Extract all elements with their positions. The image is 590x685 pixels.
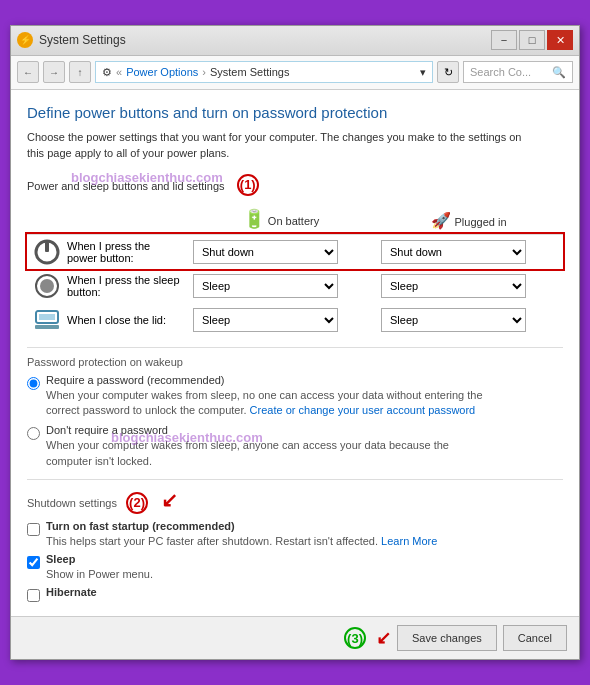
hibernate-checkbox[interactable] [27, 589, 40, 602]
sleep-icon [33, 272, 61, 300]
create-password-link[interactable]: Create or change your user account passw… [250, 404, 476, 416]
arrow-marker-2: ↙ [161, 488, 178, 512]
hibernate-label: Hibernate [27, 586, 563, 602]
title-buttons: − □ ✕ [491, 30, 573, 50]
fast-startup-text: Turn on fast startup (recommended) This … [46, 520, 563, 549]
shutdown-section: Shutdown settings (2) ↙ Turn on fast sta… [27, 488, 563, 602]
window-title: System Settings [39, 33, 126, 47]
fast-startup-option: Turn on fast startup (recommended) This … [27, 520, 563, 549]
lid-battery-dropdown[interactable]: Sleep Shut down Hibernate Do nothing [193, 308, 338, 332]
annotation-label-1: (1) [237, 174, 259, 196]
sleep-button-row: When I press the sleep button: Sleep Shu… [27, 269, 563, 303]
search-box[interactable]: Search Co... 🔍 [463, 61, 573, 83]
arrow-marker-3: ↙ [376, 627, 391, 649]
hibernate-option: Hibernate [27, 586, 563, 602]
maximize-button[interactable]: □ [519, 30, 545, 50]
close-button[interactable]: ✕ [547, 30, 573, 50]
settings-grid: 🔋 On battery 🚀 Plugged in [27, 204, 563, 337]
annotation-label-2: (2) [126, 492, 148, 514]
window-icon: ⚡ [17, 32, 33, 48]
power-plugged-cell: Shut down Sleep Hibernate Do nothing [375, 234, 563, 269]
fast-startup-label: Turn on fast startup (recommended) This … [27, 520, 563, 549]
dropdown-arrow[interactable]: ▾ [420, 66, 426, 79]
svg-point-3 [40, 279, 54, 293]
address-bar: ← → ↑ ⚙ « Power Options › System Setting… [11, 56, 579, 90]
search-icon[interactable]: 🔍 [552, 66, 566, 79]
svg-rect-5 [39, 314, 55, 320]
lid-row-label: When I close the lid: [33, 306, 181, 334]
col-battery-header: 🔋 On battery [187, 204, 375, 235]
section1-title: Power and sleep buttons and lid settings… [27, 174, 563, 196]
no-password-text: Don't require a password When your compu… [46, 424, 563, 469]
up-button[interactable]: ↑ [69, 61, 91, 83]
require-password-label: Require a password (recommended) When yo… [27, 374, 563, 419]
lid-row-label-cell: When I close the lid: [27, 303, 187, 337]
back-button[interactable]: ← [17, 61, 39, 83]
sleep-label: Sleep Show in Power menu. [27, 553, 563, 582]
cancel-button[interactable]: Cancel [503, 625, 567, 651]
learn-more-link[interactable]: Learn More [381, 535, 437, 547]
page-description: Choose the power settings that you want … [27, 129, 563, 162]
main-window: ⚡ System Settings − □ ✕ ← → ↑ ⚙ « Power … [10, 25, 580, 661]
power-plugged-dropdown[interactable]: Shut down Sleep Hibernate Do nothing [381, 240, 526, 264]
battery-icon: 🔋 [243, 209, 265, 229]
divider-2 [27, 479, 563, 480]
address-path[interactable]: ⚙ « Power Options › System Settings ▾ [95, 61, 433, 83]
sleep-battery-dropdown[interactable]: Sleep Shut down Hibernate Do nothing [193, 274, 338, 298]
svg-rect-1 [45, 242, 49, 252]
sleep-checkbox[interactable] [27, 556, 40, 569]
page-title: Define power buttons and turn on passwor… [27, 104, 563, 121]
power-row-label-cell: When I press the power button: [27, 234, 187, 269]
no-password-label: Don't require a password When your compu… [27, 424, 563, 469]
password-section-title: Password protection on wakeup [27, 356, 563, 368]
lid-battery-cell: Sleep Shut down Hibernate Do nothing [187, 303, 375, 337]
annotation-label-3: (3) [344, 627, 366, 649]
sleep-row-label: When I press the sleep button: [33, 272, 181, 300]
power-icon [33, 238, 61, 266]
col-label-header [27, 204, 187, 235]
sleep-plugged-dropdown[interactable]: Sleep Shut down Hibernate Do nothing [381, 274, 526, 298]
search-placeholder: Search Co... [470, 66, 531, 78]
title-bar: ⚡ System Settings − □ ✕ [11, 26, 579, 56]
save-changes-button[interactable]: Save changes [397, 625, 497, 651]
minimize-button[interactable]: − [491, 30, 517, 50]
lid-plugged-dropdown[interactable]: Sleep Shut down Hibernate Do nothing [381, 308, 526, 332]
breadcrumb-icon: ⚙ [102, 66, 112, 79]
require-password-radio[interactable] [27, 377, 40, 390]
grid-header-row: 🔋 On battery 🚀 Plugged in [27, 204, 563, 235]
lid-icon [33, 306, 61, 334]
hibernate-text: Hibernate [46, 586, 563, 598]
sleep-row-label-cell: When I press the sleep button: [27, 269, 187, 303]
require-password-option: Require a password (recommended) When yo… [27, 374, 563, 419]
breadcrumb-system-settings: System Settings [210, 66, 289, 78]
divider-1 [27, 347, 563, 348]
no-password-option: Don't require a password When your compu… [27, 424, 563, 469]
power-row-label: When I press the power button: [33, 238, 181, 266]
footer-bar: (3) ↙ Save changes Cancel [11, 616, 579, 659]
col-plugged-header: 🚀 Plugged in [375, 204, 563, 235]
title-bar-left: ⚡ System Settings [17, 32, 126, 48]
require-password-text: Require a password (recommended) When yo… [46, 374, 563, 419]
shutdown-section-title: Shutdown settings (2) ↙ [27, 488, 563, 514]
sleep-plugged-cell: Sleep Shut down Hibernate Do nothing [375, 269, 563, 303]
svg-rect-6 [35, 325, 59, 329]
forward-button[interactable]: → [43, 61, 65, 83]
sleep-option: Sleep Show in Power menu. [27, 553, 563, 582]
lid-row: When I close the lid: Sleep Shut down Hi… [27, 303, 563, 337]
power-button-row: When I press the power button: Shut down… [27, 234, 563, 269]
power-battery-cell: Shut down Sleep Hibernate Do nothing [187, 234, 375, 269]
no-password-radio[interactable] [27, 427, 40, 440]
lid-plugged-cell: Sleep Shut down Hibernate Do nothing [375, 303, 563, 337]
content-area: blogchiasekienthuc.com blogchiasekienthu… [11, 90, 579, 617]
fast-startup-checkbox[interactable] [27, 523, 40, 536]
refresh-button[interactable]: ↻ [437, 61, 459, 83]
breadcrumb-power-options[interactable]: Power Options [126, 66, 198, 78]
sleep-battery-cell: Sleep Shut down Hibernate Do nothing [187, 269, 375, 303]
plug-icon: 🚀 [431, 212, 451, 229]
sleep-text: Sleep Show in Power menu. [46, 553, 563, 582]
password-section: Password protection on wakeup Require a … [27, 356, 563, 470]
power-battery-dropdown[interactable]: Shut down Sleep Hibernate Do nothing [193, 240, 338, 264]
